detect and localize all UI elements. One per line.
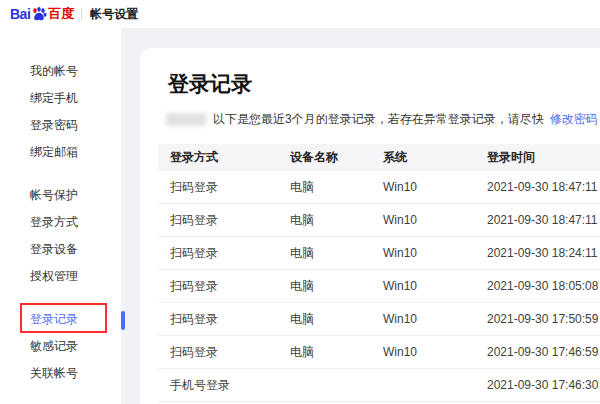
table-row[interactable]: 扫码登录 电脑 Win10 2021-09-30 18:47:11 (158, 204, 600, 237)
baidu-paw-icon (31, 6, 47, 22)
notice-line: 以下是您最近3个月的登录记录，若存在异常登录记录，请尽快 修改密码 (166, 111, 600, 128)
sidebar-group: 帐号保护登录方式登录设备授权管理 (0, 182, 121, 290)
cell-login-method: 扫码登录 (158, 179, 278, 196)
cell-login-method: 扫码登录 (158, 245, 278, 262)
cell-login-method: 扫码登录 (158, 278, 278, 295)
redacted-username (166, 113, 206, 126)
topbar-divider (81, 8, 82, 20)
logo-text-du: 百度 (48, 5, 74, 23)
sidebar-item[interactable]: 敏感记录 (0, 333, 121, 360)
cell-login-method: 手机号登录 (158, 377, 278, 394)
login-records-table: 登录方式设备名称系统登录时间 扫码登录 电脑 Win10 2021-09-30 … (158, 144, 600, 402)
cell-login-time: 2021-09-30 17:50:59 (475, 312, 600, 326)
notice-text: 以下是您最近3个月的登录记录，若存在异常登录记录，请尽快 (213, 111, 544, 128)
table-row[interactable]: 扫码登录 电脑 Win10 2021-09-30 17:46:59 (158, 336, 600, 369)
sidebar-item[interactable]: 帐号保护 (0, 182, 121, 209)
cell-device-name: 电脑 (278, 278, 371, 295)
sidebar-item[interactable]: 我的帐号 (0, 58, 121, 85)
sidebar-item[interactable]: 绑定邮箱 (0, 139, 121, 166)
content-card: 登录记录 以下是您最近3个月的登录记录，若存在异常登录记录，请尽快 修改密码 登… (140, 48, 600, 404)
cell-system: Win10 (371, 213, 475, 227)
cell-login-time: 2021-09-30 17:46:30 (475, 378, 600, 392)
cell-system: Win10 (371, 345, 475, 359)
cell-system: Win10 (371, 246, 475, 260)
top-bar: Bai 百度 帐号设置 (0, 0, 600, 28)
cell-login-time: 2021-09-30 17:46:59 (475, 345, 600, 359)
table-row[interactable]: 扫码登录 电脑 Win10 2021-09-30 18:24:11 (158, 237, 600, 270)
table-row[interactable]: 手机号登录 2021-09-30 17:46:30 (158, 369, 600, 402)
cell-device-name: 电脑 (278, 212, 371, 229)
cell-login-method: 扫码登录 (158, 212, 278, 229)
page-title: 登录记录 (168, 70, 600, 98)
baidu-logo[interactable]: Bai 百度 (10, 5, 74, 23)
column-header: 登录时间 (475, 149, 600, 166)
active-item-indicator (121, 311, 125, 330)
table-header-row: 登录方式设备名称系统登录时间 (158, 144, 600, 171)
table-row[interactable]: 扫码登录 电脑 Win10 2021-09-30 18:05:08 (158, 270, 600, 303)
cell-device-name: 电脑 (278, 311, 371, 328)
cell-login-method: 扫码登录 (158, 311, 278, 328)
column-header: 设备名称 (278, 149, 371, 166)
cell-login-time: 2021-09-30 18:47:11 (475, 213, 600, 227)
sidebar-item[interactable]: 登录密码 (0, 112, 121, 139)
sidebar-item[interactable]: 登录方式 (0, 209, 121, 236)
sidebar-group: 登录记录敏感记录关联帐号 (0, 306, 121, 387)
cell-login-time: 2021-09-30 18:24:11 (475, 246, 600, 260)
sidebar-item[interactable]: 登录设备 (0, 236, 121, 263)
logo-text-bai: Bai (10, 6, 30, 22)
cell-device-name: 电脑 (278, 344, 371, 361)
column-header: 登录方式 (158, 149, 278, 166)
sidebar-item[interactable]: 绑定手机 (0, 85, 121, 112)
column-header: 系统 (371, 149, 475, 166)
sidebar-item[interactable]: 关联帐号 (0, 360, 121, 387)
cell-login-method: 扫码登录 (158, 344, 278, 361)
sidebar-nav: 我的帐号绑定手机登录密码绑定邮箱帐号保护登录方式登录设备授权管理登录记录敏感记录… (0, 28, 121, 404)
table-body: 扫码登录 电脑 Win10 2021-09-30 18:47:11 扫码登录 电… (158, 171, 600, 402)
cell-system: Win10 (371, 312, 475, 326)
change-password-link[interactable]: 修改密码 (550, 111, 598, 128)
sidebar-item[interactable]: 登录记录 (0, 306, 121, 333)
app-title: 帐号设置 (90, 6, 138, 23)
cell-system: Win10 (371, 180, 475, 194)
table-row[interactable]: 扫码登录 电脑 Win10 2021-09-30 17:50:59 (158, 303, 600, 336)
table-row[interactable]: 扫码登录 电脑 Win10 2021-09-30 18:47:11 (158, 171, 600, 204)
cell-device-name: 电脑 (278, 179, 371, 196)
sidebar-group: 我的帐号绑定手机登录密码绑定邮箱 (0, 58, 121, 166)
sidebar-item[interactable]: 授权管理 (0, 263, 121, 290)
cell-login-time: 2021-09-30 18:05:08 (475, 279, 600, 293)
cell-login-time: 2021-09-30 18:47:11 (475, 180, 600, 194)
cell-device-name: 电脑 (278, 245, 371, 262)
cell-system: Win10 (371, 279, 475, 293)
